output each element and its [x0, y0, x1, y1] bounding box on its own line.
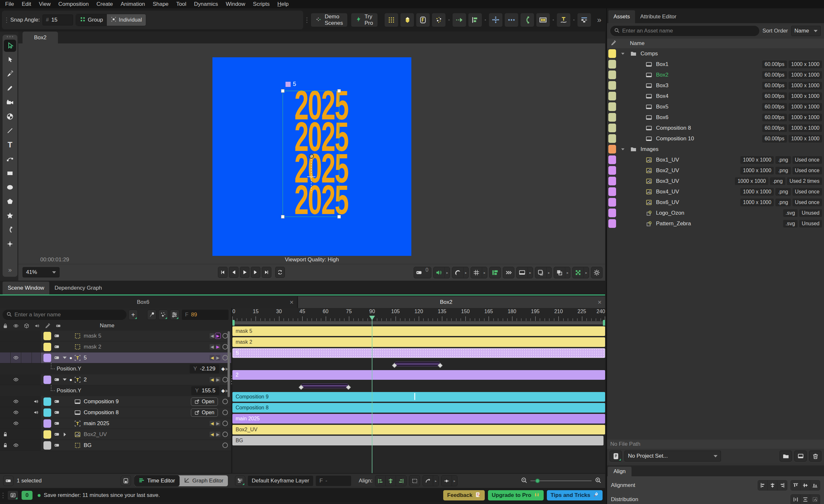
asset-row[interactable]: Box4_UV 1000 x 1000.pngUsed once [607, 186, 824, 197]
render-cell[interactable] [21, 341, 32, 352]
timeline-zoom-slider[interactable] [530, 481, 592, 481]
layout-toggle-button[interactable] [490, 267, 501, 278]
distribute-random-button[interactable] [810, 495, 820, 504]
render-cell[interactable] [21, 352, 32, 363]
asset-color-swatch[interactable] [608, 219, 616, 228]
distribute-v-button[interactable] [801, 495, 810, 504]
layer-row[interactable]: mask 2 ◀▶ [0, 341, 231, 352]
layer-row[interactable]: main 2025 ◀▶ [0, 418, 231, 429]
prev-keyframe-button[interactable]: ◀ [210, 333, 215, 338]
tag-icon[interactable] [53, 333, 61, 339]
asset-color-swatch[interactable] [608, 134, 616, 143]
asset-search-input[interactable] [622, 28, 755, 34]
asset-color-swatch[interactable] [608, 209, 616, 217]
asset-name[interactable]: Box5 [656, 104, 762, 110]
dash-arrow-icon-button[interactable] [452, 13, 467, 27]
align-keys-right-button[interactable] [396, 476, 406, 486]
close-icon[interactable]: ✕ [286, 299, 297, 305]
speaker-toggle-button[interactable] [433, 267, 444, 278]
visibility-cell[interactable] [11, 429, 21, 440]
layer-row[interactable]: Box2_UV ◀▶ [0, 429, 231, 440]
asset-name[interactable]: Box2 [656, 72, 762, 78]
asset-row[interactable]: Box2_UV 1000 x 1000.pngUsed once [607, 165, 824, 176]
time-editor-button[interactable]: Time Editor [134, 475, 179, 486]
play-button[interactable] [240, 267, 249, 278]
range-end-handle[interactable] [603, 320, 605, 326]
motion-blur-button[interactable] [147, 310, 157, 320]
f-badge-icon-button[interactable] [416, 13, 430, 27]
align-keys-center-button[interactable] [386, 476, 396, 486]
tag-icon[interactable] [53, 442, 61, 448]
prev-keyframe-button[interactable]: ◀ [210, 421, 215, 426]
visibility-cell[interactable] [11, 440, 21, 450]
group-button[interactable]: Group [76, 14, 107, 26]
keyframe[interactable] [437, 363, 442, 368]
project-file-button[interactable] [610, 450, 622, 462]
keyframe-layer-list-button[interactable] [235, 476, 245, 486]
menu-animation[interactable]: Animation [117, 0, 149, 8]
layer-name[interactable]: Composition 9 [84, 398, 191, 405]
tips-and-tricks-button[interactable]: Tips and Tricks [547, 490, 603, 500]
step-back-button[interactable] [229, 267, 238, 278]
close-icon[interactable]: ✕ [594, 299, 605, 305]
layer-row[interactable]: Composition 9 Open [0, 396, 231, 407]
asset-row[interactable]: Images [607, 144, 824, 155]
default-keyframe-layer-field[interactable]: Default Keyframe Layer [248, 476, 313, 486]
distribute-h-button[interactable] [791, 495, 801, 504]
asset-row[interactable]: Composition 10 60.00fps1000 x 1000 [607, 133, 824, 144]
keyframe-navigator-button[interactable] [442, 476, 452, 486]
notifications-button[interactable] [7, 491, 18, 500]
palette-grip[interactable] [7, 36, 13, 37]
asset-name[interactable]: Box6_UV [656, 199, 740, 206]
cross-dots-icon-button[interactable] [489, 13, 503, 27]
tag-icon[interactable] [53, 398, 61, 405]
tool-camera[interactable] [4, 96, 16, 108]
loop-button[interactable] [275, 267, 285, 278]
hook-toggle-button[interactable] [452, 267, 463, 278]
selection-handle[interactable] [337, 89, 341, 93]
tab-align[interactable]: Align [608, 467, 631, 476]
layers-toggle-button[interactable] [535, 267, 546, 278]
tag-icon[interactable] [53, 344, 61, 350]
layer-name[interactable]: mask 2 [84, 344, 210, 350]
expand-toggle[interactable] [61, 379, 68, 381]
layer-bar[interactable]: mask 5 [232, 326, 605, 336]
tab-attribute-editor[interactable]: Attribute Editor [635, 10, 682, 23]
layer-name[interactable]: 2 [84, 377, 210, 383]
lock-cell[interactable] [0, 396, 11, 407]
grid-dots-icon-button[interactable] [384, 13, 399, 27]
asset-row[interactable]: Box1_UV 1000 x 1000.pngUsed once [607, 155, 824, 165]
tab-assets[interactable]: Assets [608, 10, 635, 23]
menu-window[interactable]: Window [222, 0, 249, 8]
asset-name[interactable]: Images [640, 146, 822, 153]
solo-dot[interactable]: ● [68, 355, 73, 361]
align-bottom-button[interactable] [810, 481, 820, 490]
next-keyframe-button[interactable]: ▶ [215, 355, 220, 361]
reveal-button[interactable] [794, 450, 807, 462]
asset-name[interactable]: Box3 [656, 82, 762, 89]
asset-name[interactable]: Box1 [656, 61, 762, 68]
range-start-handle[interactable] [232, 320, 235, 326]
asset-color-swatch[interactable] [608, 113, 616, 122]
property-value-field[interactable]: Y155.5 [191, 386, 219, 395]
audio-cell[interactable] [32, 396, 41, 407]
layer-bar[interactable]: Box2_UV [232, 425, 605, 434]
tool-pentagon[interactable] [4, 195, 16, 208]
step-fwd-button[interactable] [251, 267, 261, 278]
next-keyframe-button[interactable]: ▶ [215, 431, 220, 437]
audio-cell[interactable] [32, 341, 41, 352]
lock-cell[interactable] [0, 418, 11, 429]
property-row[interactable]: Position.Y Y-2.129 ◆ ▶ [0, 363, 231, 374]
ffwd-toggle-button[interactable] [503, 267, 514, 278]
zoom-slider-knob[interactable] [535, 479, 540, 483]
hash-dropdown[interactable]: ▸ [482, 267, 487, 278]
layer-color-swatch[interactable] [43, 343, 51, 351]
lock-cell[interactable] [0, 374, 11, 385]
render-cell[interactable] [21, 429, 32, 440]
monitor-toggle-button[interactable] [517, 267, 528, 278]
add-layer-button[interactable]: + [128, 310, 138, 320]
asset-row[interactable]: Pattern_Zebra .svgUnused [607, 218, 824, 229]
tool-star[interactable] [4, 209, 16, 222]
tool-line[interactable] [4, 124, 16, 137]
prev-keyframe-button[interactable]: ◀ [210, 355, 215, 361]
